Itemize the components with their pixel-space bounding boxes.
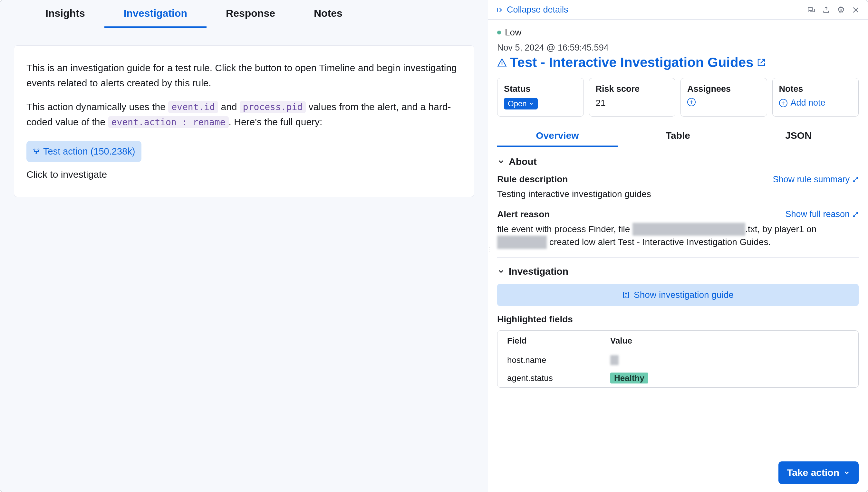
expand-icon	[852, 176, 859, 182]
severity-row: Low	[497, 27, 859, 38]
highlighted-fields-table: Field Value host.name xx agent.status He…	[497, 330, 859, 388]
health-badge: Healthy	[610, 372, 648, 384]
chat-icon[interactable]	[807, 6, 816, 14]
chevron-down-icon	[497, 268, 505, 275]
investigation-guide-card: This is an investigation guide for a tes…	[14, 45, 474, 197]
status-badge[interactable]: Open	[504, 98, 538, 109]
collapse-icon	[496, 6, 503, 14]
close-icon[interactable]	[851, 6, 860, 14]
svg-point-3	[840, 9, 842, 11]
show-investigation-guide-button[interactable]: Show investigation guide	[497, 284, 859, 306]
gear-icon[interactable]	[837, 6, 845, 14]
col-value: Value	[610, 336, 632, 346]
expand-icon	[852, 211, 859, 218]
share-icon[interactable]	[822, 6, 830, 14]
alert-title[interactable]: Test - Interactive Investigation Guides	[510, 55, 753, 70]
chevron-down-icon	[843, 469, 850, 476]
investigate-hint: Click to investigate	[26, 167, 462, 182]
table-row: host.name xx	[497, 351, 858, 369]
svg-point-0	[34, 149, 35, 150]
tab-investigation[interactable]: Investigation	[104, 0, 207, 28]
details-flyout: ⋮ Collapse details Low Nov 5, 2024 @ 16:…	[488, 0, 868, 492]
risk-score-value: 21	[596, 98, 669, 108]
code-event-id: event.id	[168, 101, 218, 113]
detail-tabs: Overview Table JSON	[497, 126, 859, 147]
show-rule-summary-link[interactable]: Show rule summary	[773, 174, 859, 184]
chevron-down-icon	[529, 101, 534, 106]
rule-description-label: Rule description	[497, 174, 568, 184]
investigation-section-header[interactable]: Investigation	[497, 266, 859, 277]
svg-point-1	[36, 153, 37, 154]
highlighted-fields-label: Highlighted fields	[497, 314, 859, 325]
add-note-button[interactable]: + Add note	[779, 98, 825, 108]
guide-icon	[622, 291, 630, 299]
take-action-button[interactable]: Take action	[778, 461, 859, 484]
alert-reason-text: file event with process Finder, file xxx…	[497, 223, 859, 249]
col-field: Field	[507, 336, 610, 346]
guide-paragraph-2: This action dynamically uses the event.i…	[26, 99, 462, 129]
external-link-icon[interactable]	[756, 58, 766, 67]
tab-insights[interactable]: Insights	[26, 0, 104, 28]
test-action-label: Test action (150.238k)	[43, 144, 135, 159]
flyout-header: Collapse details	[488, 0, 868, 20]
tab-overview[interactable]: Overview	[497, 126, 618, 147]
add-assignee-button[interactable]: +	[687, 98, 696, 106]
tab-table[interactable]: Table	[618, 126, 738, 147]
svg-point-2	[38, 149, 39, 150]
chevron-down-icon	[497, 158, 505, 166]
timeline-icon	[33, 148, 40, 155]
severity-dot-icon	[497, 31, 501, 34]
left-pane: Insights Investigation Response Notes Th…	[0, 0, 488, 492]
risk-score-card: Risk score 21	[589, 78, 676, 117]
tab-response[interactable]: Response	[207, 0, 295, 28]
divider	[497, 257, 859, 257]
status-card: Status Open	[497, 78, 584, 117]
about-section-header[interactable]: About	[497, 156, 859, 167]
code-process-pid: process.pid	[240, 101, 306, 113]
severity-label: Low	[505, 27, 521, 38]
alert-timestamp: Nov 5, 2024 @ 16:59:45.594	[497, 43, 859, 53]
tab-json[interactable]: JSON	[738, 126, 859, 147]
guide-paragraph-1: This is an investigation guide for a tes…	[26, 60, 462, 91]
alert-reason-label: Alert reason	[497, 209, 550, 220]
rule-description-text: Testing interactive investigation guides	[497, 188, 859, 201]
show-full-reason-link[interactable]: Show full reason	[785, 209, 859, 219]
table-row: agent.status Healthy	[497, 369, 858, 387]
test-action-chip[interactable]: Test action (150.238k)	[26, 141, 141, 162]
main-tabs: Insights Investigation Response Notes	[0, 0, 488, 28]
tab-notes[interactable]: Notes	[295, 0, 362, 28]
notes-card: Notes + Add note	[772, 78, 859, 117]
assignees-card: Assignees +	[680, 78, 767, 117]
stat-cards: Status Open Risk score 21 Assignees + No…	[497, 78, 859, 117]
resize-handle[interactable]: ⋮	[486, 246, 490, 259]
code-event-action: event.action : rename	[108, 116, 229, 128]
collapse-details-button[interactable]: Collapse details	[496, 5, 568, 15]
warning-icon	[497, 58, 507, 67]
